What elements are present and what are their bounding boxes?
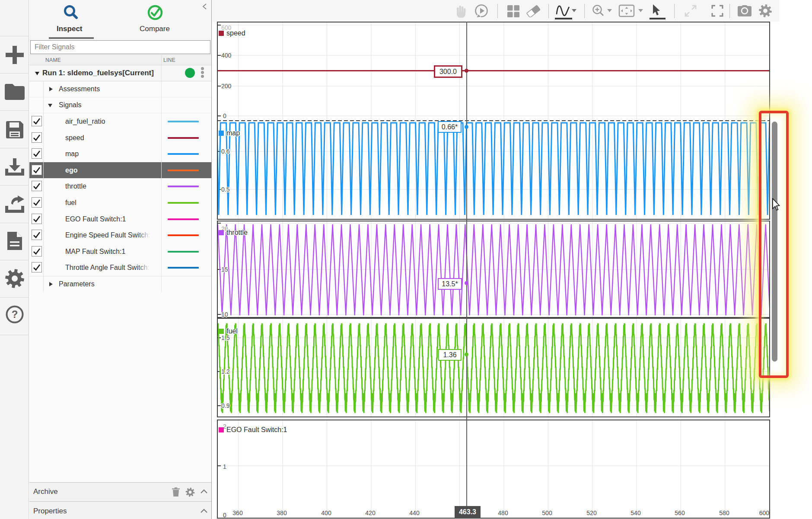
- svg-text:?: ?: [12, 308, 18, 320]
